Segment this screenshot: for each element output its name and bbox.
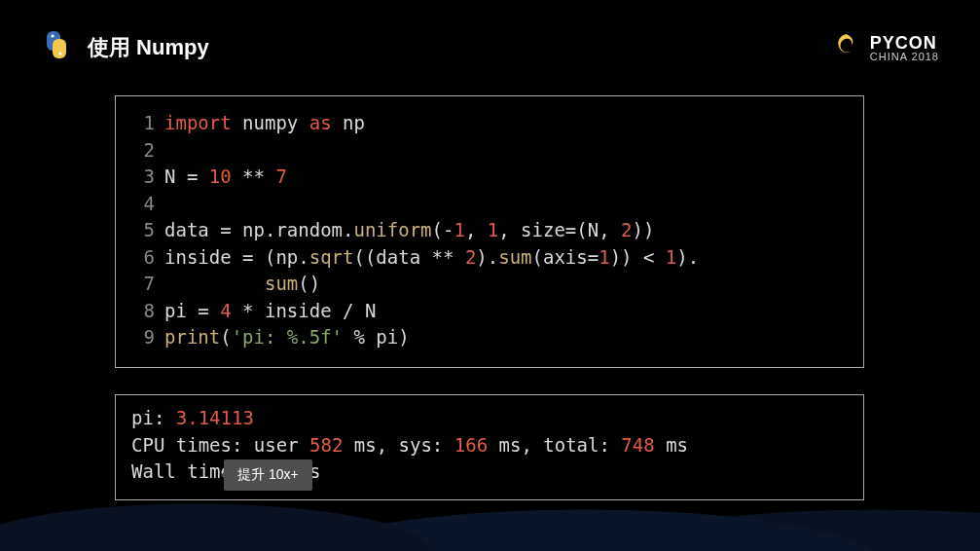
code-line: 6inside = (np.sqrt((data ** 2).sum(axis=… xyxy=(133,244,846,272)
brand-sub: CHINA 2018 xyxy=(870,52,939,62)
code-block: 1import numpy as np 2 3N = 10 ** 7 4 5da… xyxy=(115,95,864,368)
svg-rect-1 xyxy=(53,39,66,58)
speedup-tooltip: 提升 10x+ xyxy=(224,459,312,491)
code-line: 5data = np.random.uniform(-1, 1, size=(N… xyxy=(133,217,846,244)
code-line: 4 xyxy=(133,191,846,218)
dragon-icon xyxy=(831,31,860,64)
output-line: CPU times: user 582 ms, sys: 166 ms, tot… xyxy=(131,432,848,459)
code-line: 9print('pi: %.5f' % pi) xyxy=(133,324,846,351)
code-line: 8pi = 4 * inside / N xyxy=(133,298,846,325)
output-line: pi: 3.14113 xyxy=(131,405,848,432)
brand-logo: PYCON CHINA 2018 xyxy=(831,31,939,64)
brand-name: PYCON xyxy=(870,34,939,52)
svg-point-2 xyxy=(51,34,54,37)
svg-point-3 xyxy=(58,52,61,55)
code-line: 3N = 10 ** 7 xyxy=(133,164,846,191)
python-icon xyxy=(41,29,74,66)
code-line: 1import numpy as np xyxy=(133,110,846,137)
slide-title: 使用 Numpy xyxy=(88,33,209,62)
code-line: 7 sum() xyxy=(133,271,846,298)
slide-header: 使用 Numpy PYCON CHINA 2018 xyxy=(41,29,939,66)
code-line: 2 xyxy=(133,137,846,165)
